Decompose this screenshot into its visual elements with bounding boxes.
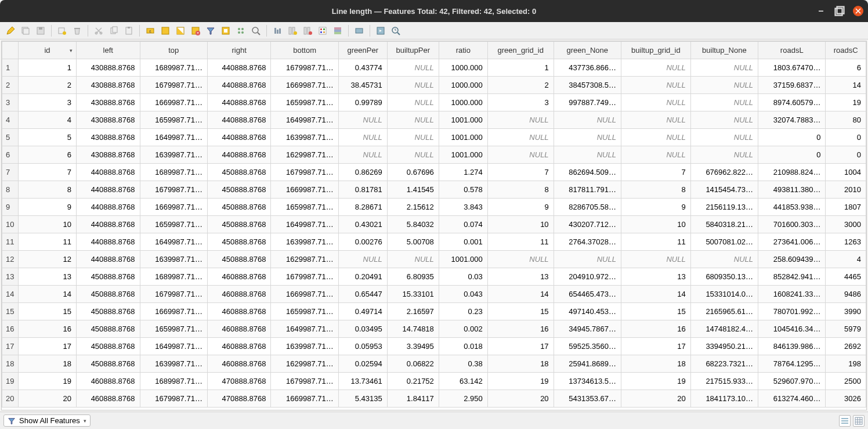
cell-builtupPer[interactable]: 15.33101: [387, 286, 439, 303]
cell-roadsL[interactable]: 846139.986…: [758, 338, 826, 355]
row-number[interactable]: 14: [2, 286, 19, 303]
cell-builtupPer[interactable]: 1.84117: [387, 390, 439, 408]
cell-roadsC[interactable]: 1263: [826, 233, 866, 251]
cell-green_None[interactable]: NULL: [554, 129, 621, 146]
cell-bottom[interactable]: 1679987.71…: [271, 373, 338, 390]
cell-green_grid_id[interactable]: 11: [487, 233, 554, 251]
cell-roadsC[interactable]: 2010: [826, 181, 866, 199]
column-header-roadsC[interactable]: roadsC: [826, 42, 866, 59]
column-header-id[interactable]: id▾: [19, 42, 77, 59]
cell-bottom[interactable]: 1659987.71…: [271, 199, 338, 216]
cell-builtup_grid_id[interactable]: NULL: [621, 146, 690, 164]
cell-id[interactable]: 17: [19, 338, 77, 355]
cell-builtupPer[interactable]: NULL: [387, 59, 439, 77]
cell-greenPer[interactable]: 38.45731: [338, 77, 387, 94]
cell-left[interactable]: 450888.8768: [77, 338, 140, 355]
cell-green_None[interactable]: 997887.749…: [554, 94, 621, 111]
cell-left[interactable]: 450888.8768: [77, 320, 140, 338]
cell-builtup_grid_id[interactable]: 14: [621, 286, 690, 303]
cell-roadsC[interactable]: 2500: [826, 373, 866, 390]
cell-id[interactable]: 20: [19, 390, 77, 408]
cell-greenPer[interactable]: 0.43021: [338, 216, 387, 233]
cell-builtup_grid_id[interactable]: 20: [621, 390, 690, 408]
cell-left[interactable]: 430888.8768: [77, 111, 140, 129]
cell-builtup_grid_id[interactable]: 15: [621, 303, 690, 320]
cell-left[interactable]: 430888.8768: [77, 59, 140, 77]
cut-icon[interactable]: [92, 24, 106, 38]
cell-top[interactable]: 1659987.71…: [140, 111, 207, 129]
cell-ratio[interactable]: 0.38: [439, 355, 487, 373]
cell-bottom[interactable]: 1649987.71…: [271, 320, 338, 338]
cell-green_None[interactable]: 2764.37028…: [554, 233, 621, 251]
cell-roadsL[interactable]: 37159.6837…: [758, 77, 826, 94]
cell-builtup_grid_id[interactable]: NULL: [621, 129, 690, 146]
cell-builtup_grid_id[interactable]: 10: [621, 216, 690, 233]
cell-ratio[interactable]: 0.018: [439, 338, 487, 355]
row-number[interactable]: 13: [2, 268, 19, 286]
pan-to-selected-icon[interactable]: [249, 24, 263, 38]
cell-right[interactable]: 460888.8768: [207, 303, 271, 320]
cell-roadsL[interactable]: 32074.7883…: [758, 111, 826, 129]
cell-top[interactable]: 1669987.71…: [140, 303, 207, 320]
new-column-icon[interactable]: [285, 24, 299, 38]
cell-builtupPer[interactable]: NULL: [387, 94, 439, 111]
multi-edit-icon[interactable]: [19, 24, 32, 38]
form-view-button[interactable]: [839, 415, 851, 427]
cell-roadsC[interactable]: 5979: [826, 320, 866, 338]
cell-builtup_None[interactable]: 68223.7321…: [690, 355, 758, 373]
cell-id[interactable]: 13: [19, 268, 77, 286]
row-number[interactable]: 19: [2, 373, 19, 390]
cell-ratio[interactable]: 1000.000: [439, 59, 487, 77]
cell-builtup_None[interactable]: 217515.933…: [690, 373, 758, 390]
cell-bottom[interactable]: 1649987.71…: [271, 111, 338, 129]
cell-id[interactable]: 16: [19, 320, 77, 338]
cell-roadsC[interactable]: 3026: [826, 390, 866, 408]
cell-green_None[interactable]: 5431353.67…: [554, 390, 621, 408]
cell-greenPer[interactable]: 13.73461: [338, 373, 387, 390]
column-header-right[interactable]: right: [207, 42, 271, 59]
cell-ratio[interactable]: 1001.000: [439, 129, 487, 146]
cell-top[interactable]: 1649987.71…: [140, 338, 207, 355]
cell-green_grid_id[interactable]: 17: [487, 338, 554, 355]
cell-greenPer[interactable]: 0.81781: [338, 181, 387, 199]
cell-left[interactable]: 460888.8768: [77, 390, 140, 408]
cell-top[interactable]: 1689987.71…: [140, 373, 207, 390]
column-header-left[interactable]: left: [77, 42, 140, 59]
cell-roadsL[interactable]: 1045416.34…: [758, 320, 826, 338]
cell-greenPer[interactable]: NULL: [338, 111, 387, 129]
cell-roadsL[interactable]: 0: [758, 129, 826, 146]
cell-roadsL[interactable]: 441853.938…: [758, 199, 826, 216]
cell-left[interactable]: 430888.8768: [77, 129, 140, 146]
row-number[interactable]: 5: [2, 129, 19, 146]
cell-green_grid_id[interactable]: 15: [487, 303, 554, 320]
cell-top[interactable]: 1679987.71…: [140, 77, 207, 94]
cell-green_grid_id[interactable]: 19: [487, 373, 554, 390]
cell-green_None[interactable]: NULL: [554, 111, 621, 129]
cell-bottom[interactable]: 1669987.71…: [271, 181, 338, 199]
cell-right[interactable]: 440888.8768: [207, 59, 271, 77]
cell-green_grid_id[interactable]: 3: [487, 94, 554, 111]
cell-bottom[interactable]: 1679987.71…: [271, 268, 338, 286]
cell-left[interactable]: 430888.8768: [77, 146, 140, 164]
cell-builtup_grid_id[interactable]: 9: [621, 199, 690, 216]
table-row[interactable]: 66430888.87681639987.71…440888.876816299…: [2, 146, 866, 164]
cell-builtup_None[interactable]: NULL: [690, 251, 758, 268]
cell-top[interactable]: 1669987.71…: [140, 199, 207, 216]
cell-green_None[interactable]: 437736.866…: [554, 59, 621, 77]
move-to-top-icon[interactable]: [234, 24, 248, 38]
add-feature-icon[interactable]: [55, 24, 69, 38]
cell-ratio[interactable]: 0.03: [439, 268, 487, 286]
cell-green_grid_id[interactable]: 1: [487, 59, 554, 77]
cell-green_grid_id[interactable]: NULL: [487, 146, 554, 164]
cell-roadsL[interactable]: 780701.992…: [758, 303, 826, 320]
cell-builtupPer[interactable]: 2.16597: [387, 303, 439, 320]
cell-greenPer[interactable]: 0.99789: [338, 94, 387, 111]
cell-roadsC[interactable]: 1807: [826, 199, 866, 216]
cell-id[interactable]: 6: [19, 146, 77, 164]
cell-id[interactable]: 10: [19, 216, 77, 233]
cell-roadsC[interactable]: 9486: [826, 286, 866, 303]
table-row[interactable]: 1212440888.87681639987.71…450888.8768162…: [2, 251, 866, 268]
column-header-greenPer[interactable]: greenPer: [338, 42, 387, 59]
cell-roadsC[interactable]: 4465: [826, 268, 866, 286]
cell-ratio[interactable]: 0.074: [439, 216, 487, 233]
